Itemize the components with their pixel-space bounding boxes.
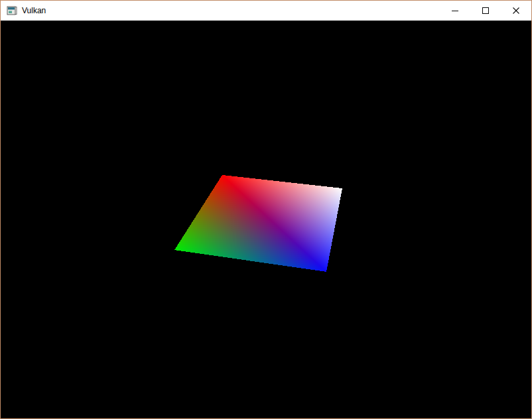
window-title: Vulkan — [22, 6, 46, 15]
maximize-icon — [482, 7, 489, 14]
vulkan-render-canvas — [1, 21, 531, 418]
caption-buttons — [440, 1, 531, 21]
app-window: Vulkan — [0, 0, 532, 419]
close-button[interactable] — [501, 1, 531, 21]
render-viewport — [1, 21, 531, 418]
close-icon — [513, 7, 519, 14]
titlebar[interactable]: Vulkan — [1, 1, 531, 21]
app-icon[interactable] — [7, 5, 17, 16]
default-windows-app-icon — [7, 5, 17, 16]
maximize-button[interactable] — [470, 1, 501, 21]
minimize-icon — [452, 7, 458, 14]
minimize-button[interactable] — [440, 1, 470, 21]
